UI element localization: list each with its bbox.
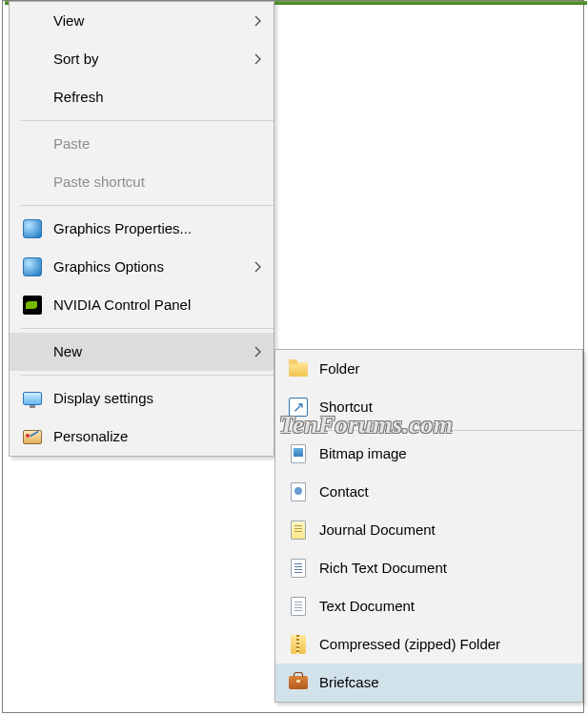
menu-label: NVIDIA Control Panel: [53, 296, 191, 313]
menu-label: Sort by: [53, 51, 99, 67]
chevron-right-icon: [253, 333, 262, 371]
bitmap-icon: [289, 444, 308, 463]
menu-label: Paste: [53, 135, 90, 152]
menu-item-personalize[interactable]: Personalize: [10, 418, 274, 456]
zip-icon: [289, 635, 308, 654]
menu-label: Compressed (zipped) Folder: [319, 636, 500, 652]
submenu-item-text[interactable]: Text Document: [275, 587, 582, 625]
menu-separator: [21, 328, 274, 329]
submenu-item-shortcut[interactable]: ↗ Shortcut: [275, 388, 582, 426]
menu-label: Text Document: [319, 598, 415, 614]
menu-item-refresh[interactable]: Refresh: [10, 78, 274, 116]
menu-item-sort-by[interactable]: Sort by: [10, 40, 274, 78]
intel-graphics-icon: [23, 257, 42, 276]
menu-separator: [21, 120, 274, 121]
menu-separator: [21, 375, 274, 376]
folder-icon: [289, 359, 308, 378]
menu-label: Shortcut: [319, 398, 373, 415]
menu-item-new[interactable]: New: [10, 333, 274, 371]
personalize-icon: [23, 427, 42, 446]
submenu-item-bitmap[interactable]: Bitmap image: [275, 435, 582, 473]
contact-icon: [289, 482, 308, 501]
intel-graphics-icon: [23, 219, 42, 238]
menu-item-graphics-options[interactable]: Graphics Options: [10, 248, 274, 286]
menu-label: Personalize: [53, 428, 128, 444]
journal-icon: [289, 521, 308, 540]
nvidia-icon: [23, 296, 42, 315]
chevron-right-icon: [253, 40, 262, 78]
monitor-icon: [23, 389, 42, 408]
menu-label: New: [53, 343, 82, 359]
submenu-item-contact[interactable]: Contact: [275, 473, 582, 511]
desktop-context-menu: View Sort by Refresh Paste Paste shortcu…: [9, 1, 274, 457]
menu-label: Folder: [319, 360, 360, 377]
menu-label: Display settings: [53, 390, 153, 406]
menu-item-nvidia-control-panel[interactable]: NVIDIA Control Panel: [10, 286, 274, 324]
menu-separator: [21, 205, 274, 206]
menu-label: View: [53, 12, 84, 29]
chevron-right-icon: [253, 248, 262, 286]
submenu-item-zip[interactable]: Compressed (zipped) Folder: [275, 625, 582, 664]
screenshot-frame: View Sort by Refresh Paste Paste shortcu…: [2, 0, 584, 713]
chevron-right-icon: [253, 2, 262, 40]
rtf-icon: [289, 559, 308, 578]
menu-label: Journal Document: [319, 521, 436, 538]
menu-label: Briefcase: [319, 674, 379, 690]
menu-label: Rich Text Document: [319, 560, 447, 576]
menu-item-graphics-properties[interactable]: Graphics Properties...: [10, 210, 274, 248]
submenu-item-rtf[interactable]: Rich Text Document: [275, 549, 582, 587]
menu-label: Contact: [319, 483, 369, 500]
menu-label: Graphics Properties...: [53, 220, 192, 236]
briefcase-icon: [289, 673, 308, 692]
text-icon: [289, 597, 308, 616]
menu-item-display-settings[interactable]: Display settings: [10, 379, 274, 418]
new-submenu: Folder ↗ Shortcut Bitmap image Contact J…: [274, 349, 583, 703]
menu-item-paste-shortcut: Paste shortcut: [10, 163, 274, 201]
shortcut-icon: ↗: [289, 398, 308, 417]
menu-item-view[interactable]: View: [10, 2, 274, 40]
menu-item-paste: Paste: [10, 125, 274, 163]
submenu-item-journal[interactable]: Journal Document: [275, 511, 582, 549]
menu-label: Paste shortcut: [53, 174, 145, 190]
menu-label: Bitmap image: [319, 445, 407, 461]
menu-label: Refresh: [53, 89, 104, 105]
submenu-item-briefcase[interactable]: Briefcase: [275, 664, 582, 702]
menu-separator: [319, 430, 582, 431]
submenu-item-folder[interactable]: Folder: [275, 350, 582, 388]
menu-label: Graphics Options: [53, 258, 164, 275]
